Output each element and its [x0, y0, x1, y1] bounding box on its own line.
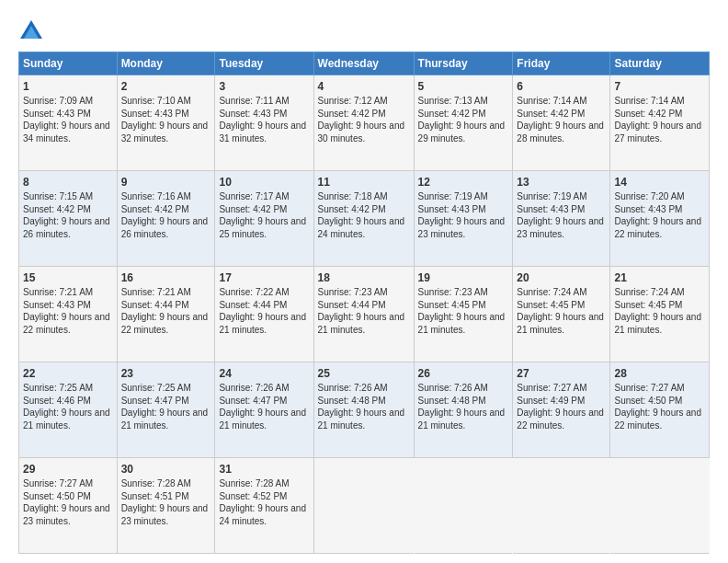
day-info: Sunrise: 7:10 AMSunset: 4:43 PMDaylight:…: [121, 96, 209, 144]
day-number: 22: [23, 366, 113, 381]
day-number: 6: [517, 79, 606, 94]
day-cell: 24Sunrise: 7:26 AMSunset: 4:47 PMDayligh…: [215, 362, 313, 458]
day-info: Sunrise: 7:18 AMSunset: 4:42 PMDaylight:…: [318, 191, 405, 239]
day-cell: 2Sunrise: 7:10 AMSunset: 4:43 PMDaylight…: [117, 75, 215, 171]
day-info: Sunrise: 7:09 AMSunset: 4:43 PMDaylight:…: [23, 96, 110, 144]
day-info: Sunrise: 7:21 AMSunset: 4:43 PMDaylight:…: [23, 287, 110, 335]
day-header-tuesday: Tuesday: [215, 52, 313, 75]
day-info: Sunrise: 7:14 AMSunset: 4:42 PMDaylight:…: [614, 96, 701, 144]
day-header-sunday: Sunday: [19, 52, 118, 75]
day-info: Sunrise: 7:11 AMSunset: 4:43 PMDaylight:…: [219, 96, 306, 144]
page: SundayMondayTuesdayWednesdayThursdayFrid…: [0, 0, 728, 563]
day-cell: 15Sunrise: 7:21 AMSunset: 4:43 PMDayligh…: [19, 267, 118, 362]
day-cell: 7Sunrise: 7:14 AMSunset: 4:42 PMDaylight…: [610, 75, 710, 171]
day-number: 21: [614, 270, 705, 285]
day-info: Sunrise: 7:26 AMSunset: 4:47 PMDaylight:…: [219, 383, 306, 431]
day-cell: 12Sunrise: 7:19 AMSunset: 4:43 PMDayligh…: [414, 171, 513, 267]
day-number: 17: [219, 270, 309, 285]
day-cell: 10Sunrise: 7:17 AMSunset: 4:42 PMDayligh…: [215, 171, 313, 267]
day-number: 1: [23, 79, 113, 94]
day-cell: 17Sunrise: 7:22 AMSunset: 4:44 PMDayligh…: [215, 267, 313, 362]
day-cell: 26Sunrise: 7:26 AMSunset: 4:48 PMDayligh…: [414, 362, 513, 458]
day-cell: 21Sunrise: 7:24 AMSunset: 4:45 PMDayligh…: [610, 267, 710, 362]
logo-icon: [18, 18, 44, 44]
logo: [18, 18, 48, 44]
day-info: Sunrise: 7:22 AMSunset: 4:44 PMDaylight:…: [219, 287, 306, 335]
day-info: Sunrise: 7:12 AMSunset: 4:42 PMDaylight:…: [318, 96, 405, 144]
day-info: Sunrise: 7:26 AMSunset: 4:48 PMDaylight:…: [418, 383, 506, 431]
day-number: 3: [219, 79, 309, 94]
day-number: 5: [418, 79, 509, 94]
day-number: 9: [121, 175, 211, 190]
day-number: 8: [23, 175, 113, 190]
day-info: Sunrise: 7:27 AMSunset: 4:49 PMDaylight:…: [517, 383, 604, 431]
day-number: 2: [121, 79, 211, 94]
day-cell: 23Sunrise: 7:25 AMSunset: 4:47 PMDayligh…: [117, 362, 215, 458]
day-info: Sunrise: 7:19 AMSunset: 4:43 PMDaylight:…: [517, 191, 604, 239]
day-number: 13: [517, 175, 606, 190]
day-cell: 28Sunrise: 7:27 AMSunset: 4:50 PMDayligh…: [610, 362, 710, 458]
day-cell: 11Sunrise: 7:18 AMSunset: 4:42 PMDayligh…: [313, 171, 414, 267]
day-info: Sunrise: 7:14 AMSunset: 4:42 PMDaylight:…: [517, 96, 604, 144]
day-cell: 14Sunrise: 7:20 AMSunset: 4:43 PMDayligh…: [610, 171, 710, 267]
day-info: Sunrise: 7:17 AMSunset: 4:42 PMDaylight:…: [219, 191, 306, 239]
day-number: 16: [121, 270, 211, 285]
day-number: 30: [121, 462, 211, 477]
day-header-monday: Monday: [117, 52, 215, 75]
day-info: Sunrise: 7:27 AMSunset: 4:50 PMDaylight:…: [23, 478, 110, 526]
day-number: 10: [219, 175, 309, 190]
day-cell: [513, 458, 610, 554]
day-cell: 29Sunrise: 7:27 AMSunset: 4:50 PMDayligh…: [19, 458, 118, 554]
calendar-table: SundayMondayTuesdayWednesdayThursdayFrid…: [18, 52, 710, 554]
day-cell: 18Sunrise: 7:23 AMSunset: 4:44 PMDayligh…: [313, 267, 414, 362]
day-info: Sunrise: 7:24 AMSunset: 4:45 PMDaylight:…: [614, 287, 701, 335]
day-cell: 27Sunrise: 7:27 AMSunset: 4:49 PMDayligh…: [513, 362, 610, 458]
day-header-friday: Friday: [513, 52, 610, 75]
day-number: 18: [318, 270, 410, 285]
day-number: 24: [219, 366, 309, 381]
day-cell: 19Sunrise: 7:23 AMSunset: 4:45 PMDayligh…: [414, 267, 513, 362]
day-info: Sunrise: 7:15 AMSunset: 4:42 PMDaylight:…: [23, 191, 110, 239]
day-info: Sunrise: 7:21 AMSunset: 4:44 PMDaylight:…: [121, 287, 209, 335]
week-row-4: 22Sunrise: 7:25 AMSunset: 4:46 PMDayligh…: [19, 362, 710, 458]
day-cell: 3Sunrise: 7:11 AMSunset: 4:43 PMDaylight…: [215, 75, 313, 171]
day-info: Sunrise: 7:13 AMSunset: 4:42 PMDaylight:…: [418, 96, 506, 144]
day-info: Sunrise: 7:28 AMSunset: 4:51 PMDaylight:…: [121, 478, 209, 526]
day-info: Sunrise: 7:16 AMSunset: 4:42 PMDaylight:…: [121, 191, 209, 239]
day-info: Sunrise: 7:19 AMSunset: 4:43 PMDaylight:…: [418, 191, 506, 239]
day-cell: 6Sunrise: 7:14 AMSunset: 4:42 PMDaylight…: [513, 75, 610, 171]
day-number: 19: [418, 270, 509, 285]
day-number: 14: [614, 175, 705, 190]
week-row-1: 1Sunrise: 7:09 AMSunset: 4:43 PMDaylight…: [19, 75, 710, 171]
day-cell: 9Sunrise: 7:16 AMSunset: 4:42 PMDaylight…: [117, 171, 215, 267]
day-number: 4: [318, 79, 410, 94]
day-info: Sunrise: 7:27 AMSunset: 4:50 PMDaylight:…: [614, 383, 701, 431]
day-number: 31: [219, 462, 309, 477]
day-cell: [414, 458, 513, 554]
day-cell: 13Sunrise: 7:19 AMSunset: 4:43 PMDayligh…: [513, 171, 610, 267]
day-number: 25: [318, 366, 410, 381]
day-cell: 25Sunrise: 7:26 AMSunset: 4:48 PMDayligh…: [313, 362, 414, 458]
day-cell: 8Sunrise: 7:15 AMSunset: 4:42 PMDaylight…: [19, 171, 118, 267]
week-row-3: 15Sunrise: 7:21 AMSunset: 4:43 PMDayligh…: [19, 267, 710, 362]
day-info: Sunrise: 7:23 AMSunset: 4:44 PMDaylight:…: [318, 287, 405, 335]
header-row: SundayMondayTuesdayWednesdayThursdayFrid…: [19, 52, 710, 75]
day-cell: 31Sunrise: 7:28 AMSunset: 4:52 PMDayligh…: [215, 458, 313, 554]
day-info: Sunrise: 7:20 AMSunset: 4:43 PMDaylight:…: [614, 191, 701, 239]
day-info: Sunrise: 7:26 AMSunset: 4:48 PMDaylight:…: [318, 383, 405, 431]
day-cell: 5Sunrise: 7:13 AMSunset: 4:42 PMDaylight…: [414, 75, 513, 171]
day-number: 29: [23, 462, 113, 477]
day-number: 7: [614, 79, 705, 94]
day-number: 20: [517, 270, 606, 285]
day-info: Sunrise: 7:23 AMSunset: 4:45 PMDaylight:…: [418, 287, 506, 335]
day-number: 11: [318, 175, 410, 190]
day-number: 26: [418, 366, 509, 381]
day-header-wednesday: Wednesday: [313, 52, 414, 75]
day-info: Sunrise: 7:25 AMSunset: 4:47 PMDaylight:…: [121, 383, 209, 431]
day-cell: 4Sunrise: 7:12 AMSunset: 4:42 PMDaylight…: [313, 75, 414, 171]
day-cell: [610, 458, 710, 554]
day-header-thursday: Thursday: [414, 52, 513, 75]
day-number: 12: [418, 175, 509, 190]
week-row-2: 8Sunrise: 7:15 AMSunset: 4:42 PMDaylight…: [19, 171, 710, 267]
day-info: Sunrise: 7:25 AMSunset: 4:46 PMDaylight:…: [23, 383, 110, 431]
